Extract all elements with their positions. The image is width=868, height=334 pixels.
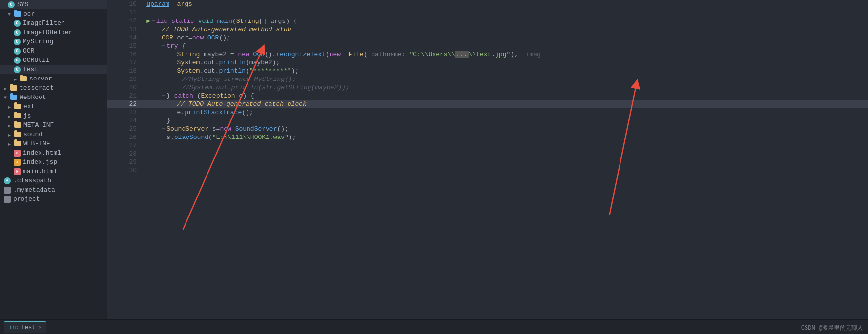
sidebar-label-index-html: index.html xyxy=(23,149,61,157)
sys-icon: C xyxy=(8,1,15,8)
line-number: 27 xyxy=(107,141,143,150)
sidebar-label-project: project xyxy=(13,196,40,203)
sidebar-item-sys[interactable]: C SYS xyxy=(0,0,107,9)
sidebar-item-project[interactable]: project xyxy=(0,195,107,204)
line-content: ▶−lic static void main(String[] args) { xyxy=(143,17,868,25)
sidebar-label-sys: SYS xyxy=(17,1,28,8)
table-row: 17 System.out.println(maybe2); xyxy=(107,59,868,67)
mymetadata-icon xyxy=(4,187,11,194)
table-row: 21 −} catch (Exception e) { xyxy=(107,92,868,100)
imagefilter-icon: C xyxy=(14,20,21,27)
chevron-right-icon7: ▶ xyxy=(8,141,13,146)
line-content: // TODO Auto-generated catch block xyxy=(143,100,868,108)
table-row: 12 ▶−lic static void main(String[] args)… xyxy=(107,17,868,25)
line-content xyxy=(143,150,868,158)
webroot-folder-icon xyxy=(10,95,17,100)
table-row: 25 −SoundServer s=new SoundServer(); xyxy=(107,125,868,133)
line-content: OCR ocr=new OCR(); xyxy=(143,34,868,42)
tab-test[interactable]: in: Test × xyxy=(4,321,46,333)
sidebar-label-main-html: main.html xyxy=(23,168,57,175)
line-content: e.printStackTrace(); xyxy=(143,108,868,117)
sidebar-label-server: server xyxy=(29,75,52,82)
ocr-folder-icon xyxy=(14,11,21,17)
table-row: 20 −//System.out.println(str.getString(m… xyxy=(107,83,868,92)
sidebar-item-ocr[interactable]: C OCR xyxy=(0,46,107,56)
line-number: 26 xyxy=(107,133,143,141)
line-content: −//System.out.println(str.getString(mayb… xyxy=(143,83,868,92)
index-html-icon: H xyxy=(14,150,21,157)
sidebar-label-mymetadata: .mymetadata xyxy=(13,186,55,194)
table-row: 16 String maybe2 = new OCR().recognizeTe… xyxy=(107,50,868,59)
line-content xyxy=(143,166,868,175)
sidebar-label-imageiohelper: ImageIOHelper xyxy=(23,29,72,36)
sidebar-item-imagefilter[interactable]: C ImageFilter xyxy=(0,19,107,28)
line-content: −} catch (Exception e) { xyxy=(143,92,868,100)
table-row: 19 −//MyString str=new MyString(); xyxy=(107,75,868,83)
sidebar-item-main-html[interactable]: H main.html xyxy=(0,167,107,176)
code-table: 10 uparam args 11 12 ▶−lic static void m… xyxy=(107,0,868,175)
line-content xyxy=(143,8,868,17)
tab-close-button[interactable]: × xyxy=(38,325,41,331)
sidebar-item-mystring[interactable]: C MyString xyxy=(0,37,107,46)
table-row: 23 e.printStackTrace(); xyxy=(107,108,868,117)
sidebar-item-js[interactable]: ▶ js xyxy=(0,111,107,120)
webinf-folder-icon xyxy=(14,141,21,146)
table-row: 28 xyxy=(107,150,868,158)
sidebar-label-ocr: ocr xyxy=(23,10,35,18)
sidebar-label-metainf: META-INF xyxy=(23,121,54,129)
sound-folder-icon xyxy=(14,132,21,137)
sidebar-item-index-jsp[interactable]: J index.jsp xyxy=(0,157,107,167)
sidebar-label-tesseract: tesseract xyxy=(20,84,54,92)
sidebar-label-classpath: .classpath xyxy=(13,177,51,184)
sidebar-item-mymetadata[interactable]: .mymetadata xyxy=(0,185,107,195)
sidebar-item-sound[interactable]: ▶ sound xyxy=(0,130,107,139)
main-html-icon: H xyxy=(14,168,21,175)
sidebar-label-mystring: MyString xyxy=(23,38,53,45)
line-number: 22 xyxy=(107,100,143,108)
chevron-right-icon: ▶ xyxy=(14,77,19,81)
sidebar-item-ocr-folder[interactable]: ▼ ocr xyxy=(0,9,107,19)
code-editor[interactable]: 10 uparam args 11 12 ▶−lic static void m… xyxy=(107,0,868,319)
sidebar-item-server[interactable]: ▶ server xyxy=(0,74,107,83)
tesseract-folder-icon xyxy=(10,85,17,91)
line-number: 25 xyxy=(107,125,143,133)
line-number: 11 xyxy=(107,8,143,17)
sidebar-item-webroot[interactable]: ▼ WebRoot xyxy=(0,93,107,102)
server-folder-icon xyxy=(20,76,27,81)
line-number: 12 xyxy=(107,17,143,25)
chevron-right-icon4: ▶ xyxy=(8,114,13,118)
line-number: 13 xyxy=(107,25,143,34)
table-row: 18 System.out.println("*********"); xyxy=(107,67,868,75)
line-number: 23 xyxy=(107,108,143,117)
ocrutil-icon: C xyxy=(14,57,21,64)
chevron-right-icon2: ▶ xyxy=(4,86,9,91)
watermark: CSDN @凌晨里的无聊人 xyxy=(801,324,863,332)
tab-test-icon: in: xyxy=(9,324,20,331)
ext-folder-icon xyxy=(14,104,21,109)
sidebar-item-index-html[interactable]: H index.html xyxy=(0,148,107,157)
chevron-down-icon: ▼ xyxy=(8,12,13,17)
sidebar-item-ocrutil[interactable]: C OCRUtil xyxy=(0,56,107,65)
table-row: 14 OCR ocr=new OCR(); xyxy=(107,34,868,42)
line-content: String maybe2 = new OCR().recognizeText(… xyxy=(143,50,868,59)
line-content xyxy=(143,158,868,166)
mystring-icon: C xyxy=(14,39,21,45)
sidebar-item-tesseract[interactable]: ▶ tesseract xyxy=(0,83,107,93)
sidebar-item-webinf[interactable]: ▶ WEB-INF xyxy=(0,139,107,148)
sidebar-item-imageiohelper[interactable]: C ImageIOHelper xyxy=(0,28,107,37)
line-content: −SoundServer s=new SoundServer(); xyxy=(143,125,868,133)
line-content: System.out.println("*********"); xyxy=(143,67,868,75)
line-content: −s.playSound("E:\\111\\HOOK1.wav"); xyxy=(143,133,868,141)
sidebar-label-ocrutil: OCRUtil xyxy=(23,57,50,64)
sidebar-label-webroot: WebRoot xyxy=(20,94,46,101)
line-content: uparam args xyxy=(143,0,868,8)
table-row: 10 uparam args xyxy=(107,0,868,8)
sidebar-item-test[interactable]: C Test xyxy=(0,65,107,74)
line-content: −//MyString str=new MyString(); xyxy=(143,75,868,83)
table-row: 13 // TODO Auto-generated method stub xyxy=(107,25,868,34)
sidebar-item-metainf[interactable]: ▶ META-INF xyxy=(0,120,107,130)
chevron-right-icon3: ▶ xyxy=(8,104,13,109)
sidebar-item-ext[interactable]: ▶ ext xyxy=(0,102,107,111)
sidebar-item-classpath[interactable]: ● .classpath xyxy=(0,176,107,185)
chevron-down-icon2: ▼ xyxy=(4,95,9,100)
